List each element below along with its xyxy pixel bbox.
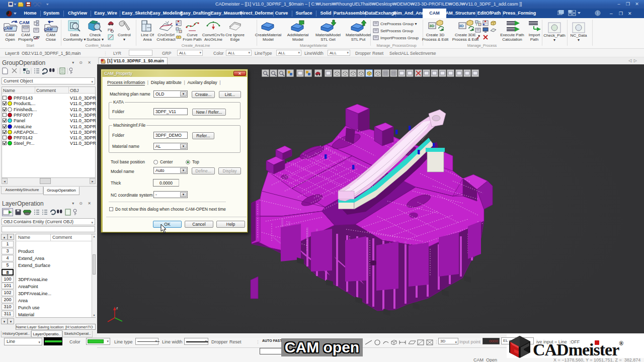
svg-text:CAM: CAM [19, 20, 30, 25]
svg-text:CAM: CAM [44, 27, 53, 32]
svg-text:3D: 3D [429, 24, 434, 28]
svg-text:P: P [108, 28, 110, 32]
svg-text:–: – [610, 11, 613, 16]
svg-text:z: z [116, 306, 118, 310]
svg-text:3D: 3D [459, 24, 464, 28]
svg-text:❐: ❐ [619, 11, 623, 16]
svg-text:✕: ✕ [628, 11, 632, 16]
